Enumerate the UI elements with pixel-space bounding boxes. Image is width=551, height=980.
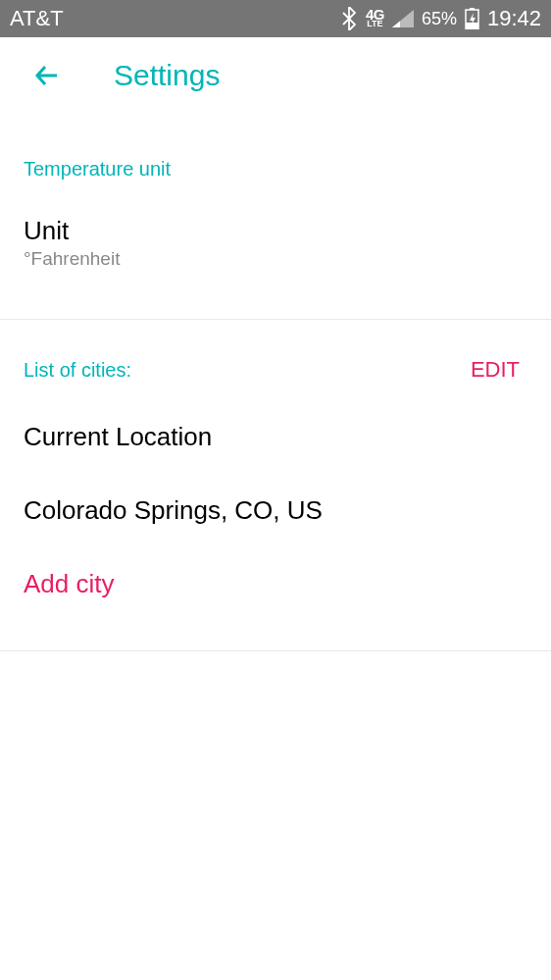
status-bar: AT&T 4G LTE 65% 19:42 bbox=[0, 0, 551, 37]
network-4g-lte-icon: 4G LTE bbox=[366, 9, 384, 27]
divider bbox=[0, 650, 551, 651]
temperature-unit-item[interactable]: Unit °Fahrenheit bbox=[0, 198, 551, 291]
add-city-button[interactable]: Add city bbox=[0, 547, 551, 621]
battery-charging-icon bbox=[465, 8, 479, 29]
cities-section-header: List of cities: EDIT bbox=[0, 320, 551, 400]
temperature-unit-label: Unit bbox=[24, 216, 527, 246]
city-item-current-location[interactable]: Current Location bbox=[0, 400, 551, 474]
cities-section-label: List of cities: bbox=[24, 359, 131, 382]
status-left: AT&T bbox=[10, 6, 64, 31]
app-bar: Settings bbox=[0, 37, 551, 114]
bluetooth-icon bbox=[340, 7, 358, 30]
clock: 19:42 bbox=[487, 6, 541, 31]
signal-strength-icon bbox=[392, 10, 414, 27]
temperature-unit-value: °Fahrenheit bbox=[24, 248, 527, 270]
back-button[interactable] bbox=[29, 58, 65, 93]
status-right: 4G LTE 65% 19:42 bbox=[340, 6, 541, 31]
page-title: Settings bbox=[114, 59, 220, 92]
temperature-section-header: Temperature unit bbox=[0, 114, 551, 198]
edit-button[interactable]: EDIT bbox=[471, 357, 527, 383]
arrow-left-icon bbox=[31, 60, 63, 91]
city-item[interactable]: Colorado Springs, CO, US bbox=[0, 474, 551, 547]
battery-percent: 65% bbox=[422, 9, 457, 29]
carrier-label: AT&T bbox=[10, 6, 64, 31]
